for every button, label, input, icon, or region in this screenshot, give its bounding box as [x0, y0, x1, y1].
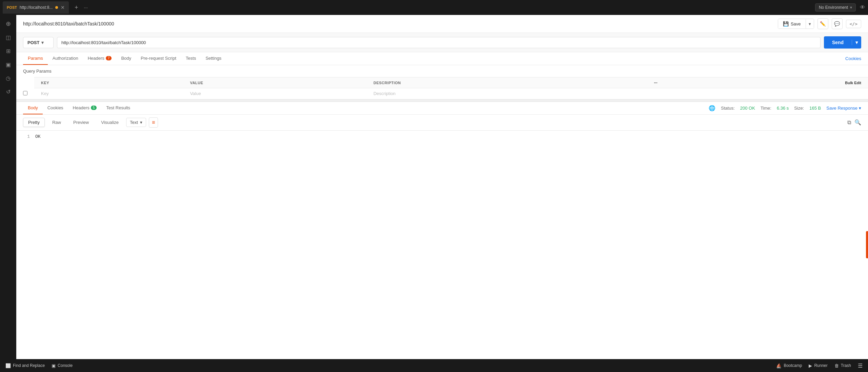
sidebar-icon-home[interactable]: ⊕ [2, 18, 14, 30]
key-col-header: KEY [34, 77, 183, 88]
save-button-group: 💾 Save ▾ [778, 19, 814, 29]
body-toolbar-right: ⧉ 🔍 [847, 119, 861, 126]
value-input-cell[interactable]: Value [183, 88, 367, 99]
tab-settings[interactable]: Settings [201, 52, 226, 65]
method-dropdown-icon: ▾ [41, 40, 44, 45]
content-area: http://localhost:8010/taxi/batchTask/100… [16, 15, 868, 359]
code-line: 1 OK [23, 134, 861, 139]
tab-authorization[interactable]: Authorization [48, 52, 83, 65]
key-input-cell[interactable]: Key [34, 88, 183, 99]
eye-icon[interactable]: 👁 [860, 4, 865, 11]
save-response-label: Save Response [826, 106, 857, 111]
filter-button[interactable]: ≡ [149, 117, 158, 128]
env-label: No Environment [819, 5, 848, 10]
tab-item[interactable]: POST http://localhost:8... ✕ [3, 1, 69, 14]
find-replace-icon: ⬜ [5, 363, 11, 368]
console-button[interactable]: ▣ Console [52, 363, 73, 368]
tab-params[interactable]: Params [23, 52, 48, 65]
edit-icon-button[interactable]: ✏️ [817, 18, 828, 29]
sidebar-icon-environments[interactable]: ⊞ [2, 45, 14, 57]
view-raw-button[interactable]: Raw [47, 118, 66, 127]
status-label: Status: [721, 106, 734, 111]
sidebar-icon-history[interactable]: ↺ [2, 86, 14, 98]
send-dropdown-icon[interactable]: ▾ [852, 40, 861, 45]
description-input-cell[interactable]: Description [367, 88, 647, 99]
runner-button[interactable]: ▶ Runner [809, 363, 827, 368]
resp-tab-test-results[interactable]: Test Results [101, 102, 135, 114]
resp-tab-body[interactable]: Body [23, 102, 43, 114]
tab-headers[interactable]: Headers 7 [83, 52, 117, 65]
line-content: OK [35, 134, 41, 139]
runner-label: Runner [814, 363, 827, 368]
send-label: Send [824, 40, 852, 45]
status-code: 200 OK [740, 106, 755, 111]
tab-body-label: Body [121, 56, 131, 61]
save-dropdown-button[interactable]: ▾ [806, 19, 814, 29]
tab-tests-label: Tests [186, 56, 196, 61]
bottom-bar: ⬜ Find and Replace ▣ Console ⛵ Bootcamp … [0, 359, 868, 372]
request-tabs: Params Authorization Headers 7 Body Pre-… [16, 52, 868, 65]
url-display: http://localhost:8010/taxi/batchTask/100… [23, 21, 774, 26]
resp-tab-headers-label: Headers [73, 105, 90, 110]
cookies-link[interactable]: Cookies [845, 56, 861, 61]
tab-method-badge: POST [7, 5, 17, 10]
tab-tests[interactable]: Tests [181, 52, 201, 65]
env-dropdown-icon: ▾ [850, 5, 852, 10]
resp-tab-body-label: Body [28, 105, 38, 110]
more-tabs-button[interactable]: ··· [84, 5, 88, 10]
console-icon: ▣ [52, 363, 56, 368]
query-params-header: Query Params [16, 65, 868, 77]
tab-headers-badge: 7 [106, 56, 112, 60]
tab-close-icon[interactable]: ✕ [61, 5, 65, 10]
url-input[interactable] [57, 37, 821, 48]
sidebar-icon-mock[interactable]: ▣ [2, 58, 14, 71]
copy-icon-button[interactable]: ⧉ [847, 119, 851, 126]
search-icon-button[interactable]: 🔍 [854, 119, 861, 126]
save-response-button[interactable]: Save Response ▾ [826, 106, 861, 111]
tab-settings-label: Settings [205, 56, 221, 61]
send-button[interactable]: Send ▾ [824, 36, 861, 49]
table-row: Key Value Description [16, 88, 868, 99]
view-pretty-button[interactable]: Pretty [23, 118, 45, 127]
format-dropdown-icon: ▾ [140, 120, 142, 125]
method-select[interactable]: POST ▾ [23, 37, 54, 48]
resp-tab-headers[interactable]: Headers 5 [68, 102, 102, 114]
code-button[interactable]: </> [846, 20, 861, 28]
comment-icon-button[interactable]: 💬 [832, 18, 843, 29]
save-label: Save [791, 21, 801, 26]
runner-icon: ▶ [809, 363, 812, 368]
response-status-area: 🌐 Status: 200 OK Time: 6.36 s Size: 165 … [709, 105, 861, 111]
save-button[interactable]: 💾 Save [778, 19, 806, 29]
sidebar-icon-collections[interactable]: ◫ [2, 31, 14, 43]
row-checkbox[interactable] [16, 88, 34, 99]
description-col-header: DESCRIPTION [367, 77, 647, 88]
bootcamp-icon: ⛵ [776, 363, 782, 368]
tab-pre-request[interactable]: Pre-request Script [136, 52, 181, 65]
url-bar-row: http://localhost:8010/taxi/batchTask/100… [16, 15, 868, 33]
line-number: 1 [23, 134, 30, 139]
bootcamp-button[interactable]: ⛵ Bootcamp [776, 363, 802, 368]
more-col-header: ··· [647, 77, 664, 88]
find-replace-button[interactable]: ⬜ Find and Replace [5, 363, 45, 368]
response-tabs: Body Cookies Headers 5 Test Results 🌐 St… [16, 102, 868, 115]
trash-button[interactable]: 🗑 Trash [834, 363, 851, 368]
resp-tab-cookies[interactable]: Cookies [43, 102, 68, 114]
trash-label: Trash [841, 363, 851, 368]
bulk-edit-col-header[interactable]: Bulk Edit [664, 77, 868, 88]
view-visualize-button[interactable]: Visualize [96, 118, 123, 127]
environment-selector[interactable]: No Environment ▾ [815, 3, 856, 12]
layout-icon: ☰ [858, 362, 863, 369]
size-label: Size: [794, 106, 804, 111]
add-tab-button[interactable]: + [72, 3, 81, 12]
format-label: Text [130, 120, 138, 125]
tab-body[interactable]: Body [116, 52, 136, 65]
response-body: 1 OK [16, 131, 868, 359]
sidebar-icon-monitors[interactable]: ◷ [2, 72, 14, 84]
format-selector[interactable]: Text ▾ [126, 118, 146, 127]
left-sidebar: ⊕ ◫ ⊞ ▣ ◷ ↺ [0, 15, 16, 359]
find-replace-label: Find and Replace [13, 363, 45, 368]
view-preview-button[interactable]: Preview [68, 118, 94, 127]
section-divider [16, 99, 868, 102]
resp-tab-test-results-label: Test Results [106, 105, 130, 110]
layout-toggle-button[interactable]: ☰ [858, 362, 863, 369]
